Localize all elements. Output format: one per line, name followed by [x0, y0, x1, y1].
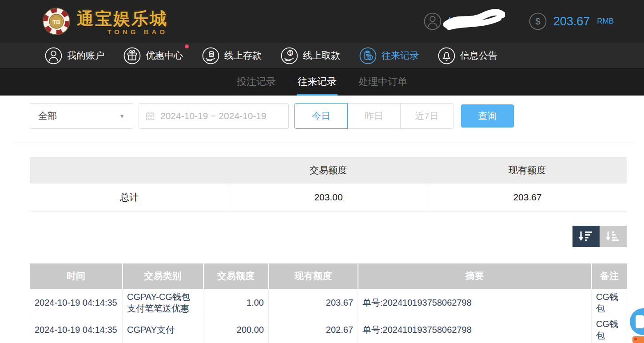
main-content: 全部 ▼ 2024-10-19 ~ 2024-10-19 今日 昨日 近7日 查…	[0, 96, 644, 343]
nav-item-announcements[interactable]: 信息公告	[437, 47, 497, 65]
quick-button-today[interactable]: 今日	[294, 103, 348, 129]
notification-dot	[185, 44, 189, 48]
user-icon	[44, 47, 63, 65]
balance-currency: RMB	[597, 17, 614, 26]
tab-betting-records[interactable]: 投注记录	[236, 69, 277, 96]
summary-header-trade-amount: 交易额度	[229, 164, 428, 176]
quick-button-last7days[interactable]: 近7日	[400, 103, 453, 129]
balance-amount: 203.67	[553, 15, 590, 28]
user-account[interactable]: bc7335	[423, 12, 486, 31]
site-logo[interactable]: TB 通宝娱乐城 TONG BAO	[42, 7, 168, 36]
col-header-current-balance: 现有额度	[269, 263, 358, 289]
sort-controls	[30, 226, 627, 247]
summary-total-row: 总计 203.00 203.67	[30, 183, 627, 211]
quick-button-yesterday[interactable]: 昨日	[347, 103, 401, 129]
floating-promo-button[interactable]	[632, 336, 644, 343]
svg-text:$: $	[535, 16, 540, 26]
sort-ascending-button[interactable]	[600, 226, 627, 247]
tab-transaction-records[interactable]: 往来记录	[297, 69, 338, 96]
svg-text:$: $	[289, 50, 292, 55]
summary-trade-amount-value: 203.00	[229, 183, 428, 211]
main-navigation: 我的账户 优惠中心 线上存款 $ 线上取款	[0, 43, 644, 69]
user-avatar-icon	[423, 12, 442, 31]
col-header-trade-amount: 交易额度	[203, 263, 269, 289]
type-select-value: 全部	[38, 110, 57, 122]
col-header-note: 备注	[592, 263, 627, 289]
sort-descending-icon	[579, 231, 594, 242]
nav-item-my-account[interactable]: 我的账户	[44, 47, 104, 65]
deposit-coins-icon	[202, 47, 220, 65]
table-row: 2024-10-19 04:14:35 CGPAY-CG钱包支付笔笔送优惠 1.…	[30, 289, 627, 316]
records-clipboard-icon	[359, 47, 377, 65]
balance[interactable]: $ 203.67 RMB	[529, 12, 614, 31]
table-row: 2024-10-19 04:14:35 CGPAY支付 200.00 202.6…	[30, 316, 627, 343]
bell-icon	[437, 47, 456, 65]
date-range-input[interactable]: 2024-10-19 ~ 2024-10-19	[139, 103, 289, 129]
site-title: 通宝娱乐城	[77, 8, 168, 30]
type-select[interactable]: 全部 ▼	[30, 103, 133, 129]
filter-bar: 全部 ▼ 2024-10-19 ~ 2024-10-19 今日 昨日 近7日 查…	[30, 103, 627, 129]
dollar-circle-icon: $	[529, 12, 547, 31]
chevron-down-icon: ▼	[119, 113, 125, 120]
query-button[interactable]: 查询	[461, 104, 514, 128]
col-header-type: 交易类别	[123, 263, 203, 289]
poker-chip-logo-icon: TB	[42, 7, 71, 36]
transactions-table: 时间 交易类别 交易额度 现有额度 摘要 备注 2024-10-19 04:14…	[30, 263, 627, 343]
nav-item-withdraw[interactable]: $ 线上取款	[280, 47, 340, 65]
col-header-time: 时间	[30, 263, 123, 289]
nav-item-deposit[interactable]: 线上存款	[202, 47, 262, 65]
table-header-row: 时间 交易类别 交易额度 现有额度 摘要 备注	[30, 263, 627, 289]
nav-item-promotions[interactable]: 优惠中心	[123, 47, 183, 65]
date-range-value: 2024-10-19 ~ 2024-10-19	[160, 111, 266, 121]
gift-icon	[123, 47, 141, 65]
logo-chip-text: TB	[52, 19, 60, 25]
summary-total-label: 总计	[30, 183, 229, 211]
top-header: TB 通宝娱乐城 TONG BAO bc7335	[0, 0, 644, 43]
summary-header-current-balance: 现有额度	[428, 164, 627, 176]
calendar-icon	[145, 111, 155, 121]
nav-item-transaction-records[interactable]: 往来记录	[359, 47, 419, 65]
record-subtabs: 投注记录 往来记录 处理中订单	[0, 69, 644, 96]
tab-pending-orders[interactable]: 处理中订单	[358, 69, 408, 96]
username-text: bc7335	[448, 15, 486, 28]
summary-current-balance-value: 203.67	[428, 183, 627, 211]
summary-table: 交易额度 现有额度 总计 203.00 203.67	[30, 157, 627, 211]
sort-ascending-icon	[606, 231, 621, 242]
section-divider	[11, 143, 633, 143]
sort-descending-button[interactable]	[572, 226, 600, 247]
col-header-summary: 摘要	[358, 263, 592, 289]
quick-date-group: 今日 昨日 近7日	[294, 103, 453, 129]
withdraw-dollar-icon: $	[280, 47, 298, 65]
